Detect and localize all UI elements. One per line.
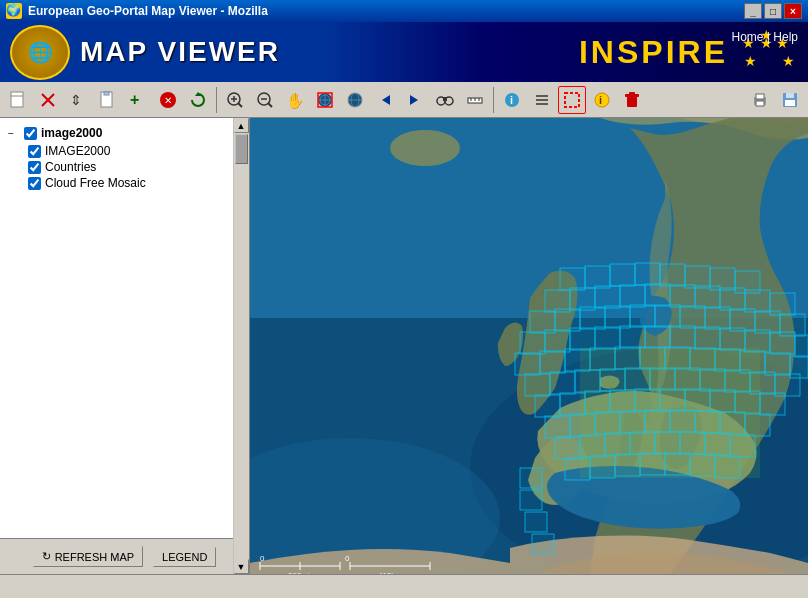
svg-rect-51 (786, 93, 794, 98)
svg-rect-95 (720, 328, 745, 350)
svg-rect-58 (560, 268, 585, 290)
svg-rect-94 (695, 327, 720, 349)
print-button[interactable] (746, 86, 774, 114)
svg-rect-112 (550, 372, 575, 394)
map-area[interactable]: 0 280mi 0 415km (250, 118, 808, 574)
refresh-button[interactable] (184, 86, 212, 114)
tree-child-countries: Countries (28, 160, 241, 174)
close-button[interactable]: × (784, 3, 802, 19)
app-title: MAP VIEWER (80, 36, 579, 68)
nav-separator: | (767, 30, 770, 44)
countries-checkbox[interactable] (28, 161, 41, 174)
svg-rect-79 (605, 306, 630, 328)
svg-text:280mi: 280mi (288, 571, 310, 574)
vertical-scrollbar[interactable]: ▲ ▼ (233, 118, 249, 574)
delete-button[interactable] (618, 86, 646, 114)
zoom-out-button[interactable] (251, 86, 279, 114)
svg-text:+: + (130, 92, 139, 108)
main-content: − image2000 IMAGE2000 Countries Cloud Fr… (0, 118, 808, 574)
refresh-map-label: REFRESH MAP (55, 551, 134, 563)
svg-rect-156 (520, 468, 542, 488)
cloud-free-checkbox[interactable] (28, 177, 41, 190)
svg-rect-52 (785, 100, 795, 106)
svg-rect-111 (525, 374, 550, 396)
measure-button[interactable] (461, 86, 489, 114)
add-button[interactable]: + (124, 86, 152, 114)
svg-rect-31 (443, 97, 447, 101)
tree-root-node: − image2000 (8, 126, 241, 140)
svg-rect-81 (655, 305, 680, 327)
scroll-up-arrow[interactable]: ▲ (234, 118, 249, 133)
logo: 🌐 (10, 25, 70, 80)
svg-text:415km: 415km (378, 571, 402, 574)
svg-rect-48 (756, 94, 764, 99)
svg-rect-59 (585, 266, 610, 288)
svg-rect-72 (695, 286, 720, 308)
header: 🌐 MAP VIEWER INSPIRE ★ ★ ★ ★ ★ ★ Home | … (0, 22, 808, 82)
svg-rect-160 (580, 348, 760, 478)
svg-line-12 (238, 103, 242, 107)
collapse-button[interactable]: − (8, 128, 20, 139)
svg-rect-78 (580, 307, 605, 329)
svg-rect-90 (595, 327, 620, 349)
svg-rect-92 (645, 326, 670, 348)
svg-rect-41 (565, 93, 579, 107)
nav-links: Home | Help (731, 30, 798, 44)
logo-icon: 🌐 (28, 40, 53, 64)
refresh-map-button[interactable]: ↻ REFRESH MAP (33, 546, 143, 567)
globe-button[interactable] (341, 86, 369, 114)
svg-rect-158 (525, 512, 547, 532)
svg-rect-61 (635, 263, 660, 285)
new-button[interactable] (4, 86, 32, 114)
back-button[interactable] (371, 86, 399, 114)
identify-button[interactable]: i (588, 86, 616, 114)
svg-rect-46 (629, 92, 635, 95)
window-title: European Geo-Portal Map Viewer - Mozilla (28, 4, 744, 18)
close-layer-button[interactable] (34, 86, 62, 114)
info-button[interactable]: i (498, 86, 526, 114)
pan-button[interactable]: ✋ (281, 86, 309, 114)
window-controls[interactable]: _ □ × (744, 3, 802, 19)
scroll-down-arrow[interactable]: ▼ (234, 559, 249, 574)
status-bar (0, 574, 808, 598)
page-button[interactable] (94, 86, 122, 114)
forward-button[interactable] (401, 86, 429, 114)
move-button[interactable]: ⇕ (64, 86, 92, 114)
svg-rect-82 (680, 306, 705, 328)
image2000-checkbox[interactable] (28, 145, 41, 158)
save-toolbar-button[interactable] (776, 86, 804, 114)
list-button[interactable] (528, 86, 556, 114)
stop-button[interactable]: ✕ (154, 86, 182, 114)
refresh-map-icon: ↻ (42, 550, 51, 563)
svg-rect-80 (630, 305, 655, 327)
image2000-label: IMAGE2000 (45, 144, 110, 158)
left-panel-bottom: ↻ REFRESH MAP LEGEND (0, 538, 249, 574)
help-link[interactable]: Help (773, 30, 798, 44)
left-panel: − image2000 IMAGE2000 Countries Cloud Fr… (0, 118, 250, 574)
svg-rect-99 (515, 353, 540, 375)
home-link[interactable]: Home (731, 30, 763, 44)
svg-text:i: i (599, 94, 602, 106)
svg-rect-141 (555, 437, 580, 459)
minimize-button[interactable]: _ (744, 3, 762, 19)
zoom-extent-button[interactable] (311, 86, 339, 114)
svg-line-16 (268, 103, 272, 107)
scroll-thumb[interactable] (235, 134, 248, 164)
svg-rect-98 (795, 335, 808, 357)
svg-rect-93 (670, 326, 695, 348)
zoom-in-button[interactable] (221, 86, 249, 114)
maximize-button[interactable]: □ (764, 3, 782, 19)
svg-rect-49 (756, 101, 764, 106)
legend-button[interactable]: LEGEND (153, 547, 216, 567)
binoculars-button[interactable] (431, 86, 459, 114)
svg-rect-6 (104, 92, 109, 95)
inspire-label: INSPIRE (579, 34, 728, 71)
svg-rect-83 (705, 307, 730, 329)
svg-rect-71 (670, 285, 695, 307)
root-checkbox[interactable] (24, 127, 37, 140)
root-layer-label: image2000 (41, 126, 102, 140)
cloud-free-label: Cloud Free Mosaic (45, 176, 146, 190)
select-rect-button[interactable] (558, 86, 586, 114)
svg-rect-70 (645, 284, 670, 306)
scroll-track[interactable] (234, 133, 249, 559)
